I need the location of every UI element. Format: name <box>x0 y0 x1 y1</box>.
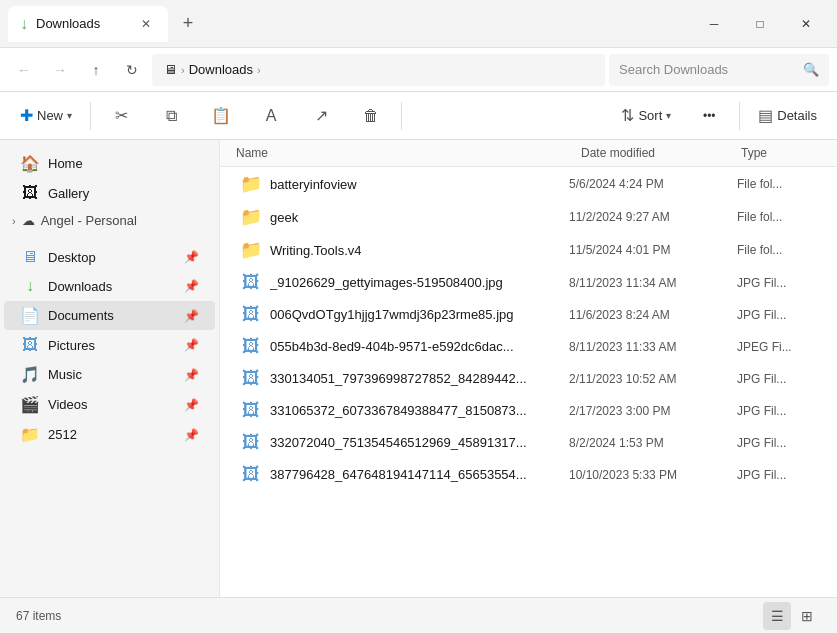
sidebar-item-gallery[interactable]: 🖼 Gallery <box>4 179 215 207</box>
file-name: Writing.Tools.v4 <box>270 243 561 258</box>
rename-button[interactable]: A <box>247 96 295 136</box>
new-button[interactable]: ✚ New ▾ <box>8 96 84 136</box>
up-button[interactable]: ↑ <box>80 54 112 86</box>
item-count: 67 items <box>16 609 61 623</box>
tab-downloads[interactable]: ↓ Downloads ✕ <box>8 6 168 42</box>
sidebar-item-videos[interactable]: 🎬 Videos 📌 <box>4 390 215 419</box>
cut-button[interactable]: ✂ <box>97 96 145 136</box>
file-list: 📁 batteryinfoview 5/6/2024 4:24 PM File … <box>220 167 837 597</box>
toolbar-divider-2 <box>401 102 402 130</box>
file-row[interactable]: 🖼 330134051_797396998727852_84289442... … <box>224 363 833 394</box>
pictures-pin-icon: 📌 <box>184 338 199 352</box>
file-row[interactable]: 🖼 006QvdOTgy1hjjg17wmdj36p23rme85.jpg 11… <box>224 299 833 330</box>
search-placeholder-text: Search Downloads <box>619 62 728 77</box>
file-icon: 🖼 <box>240 432 262 453</box>
file-date: 10/10/2023 5:33 PM <box>569 468 729 482</box>
videos-icon: 🎬 <box>20 395 40 414</box>
file-name: 006QvdOTgy1hjjg17wmdj36p23rme85.jpg <box>270 307 561 322</box>
window-controls: ─ □ ✕ <box>691 8 829 40</box>
2512-pin-icon: 📌 <box>184 428 199 442</box>
more-button[interactable]: ••• <box>685 96 733 136</box>
share-button[interactable]: ↗ <box>297 96 345 136</box>
copy-icon: ⧉ <box>166 107 177 125</box>
search-box[interactable]: Search Downloads 🔍 <box>609 54 829 86</box>
file-icon: 🖼 <box>240 304 262 325</box>
file-name: _91026629_gettyimages-519508400.jpg <box>270 275 561 290</box>
new-icon: ✚ <box>20 106 33 125</box>
file-type: JPG Fil... <box>737 404 817 418</box>
sidebar-item-documents[interactable]: 📄 Documents 📌 <box>4 301 215 330</box>
file-icon: 📁 <box>240 239 262 261</box>
sidebar-item-2512[interactable]: 📁 2512 📌 <box>4 420 215 449</box>
music-pin-icon: 📌 <box>184 368 199 382</box>
sidebar-item-downloads[interactable]: ↓ Downloads 📌 <box>4 272 215 300</box>
breadcrumb[interactable]: 🖥 › Downloads › <box>152 54 605 86</box>
sidebar-item-desktop[interactable]: 🖥 Desktop 📌 <box>4 243 215 271</box>
music-icon: 🎵 <box>20 365 40 384</box>
folder-2512-icon: 📁 <box>20 425 40 444</box>
sidebar-item-music[interactable]: 🎵 Music 📌 <box>4 360 215 389</box>
view-toggle: ☰ ⊞ <box>763 602 821 630</box>
sidebar-item-home[interactable]: 🏠 Home <box>4 149 215 178</box>
list-view-button[interactable]: ☰ <box>763 602 791 630</box>
more-icon: ••• <box>703 109 716 123</box>
breadcrumb-sep1: › <box>181 64 185 76</box>
file-row[interactable]: 📁 batteryinfoview 5/6/2024 4:24 PM File … <box>224 168 833 200</box>
documents-pin-icon: 📌 <box>184 309 199 323</box>
file-name: 055b4b3d-8ed9-404b-9571-e592dc6dac... <box>270 339 561 354</box>
file-date: 8/2/2024 1:53 PM <box>569 436 729 450</box>
col-type-header[interactable]: Type <box>741 146 821 160</box>
file-row[interactable]: 🖼 332072040_751354546512969_45891317... … <box>224 427 833 458</box>
col-date-header[interactable]: Date modified <box>581 146 741 160</box>
file-type: File fol... <box>737 243 817 257</box>
file-type: JPG Fil... <box>737 308 817 322</box>
sidebar-item-angel-personal[interactable]: › ☁ Angel - Personal <box>4 209 215 232</box>
file-date: 8/11/2023 11:33 AM <box>569 340 729 354</box>
cut-icon: ✂ <box>115 106 128 125</box>
copy-button[interactable]: ⧉ <box>147 96 195 136</box>
file-row[interactable]: 🖼 331065372_6073367849388477_8150873... … <box>224 395 833 426</box>
desktop-icon: 🖥 <box>20 248 40 266</box>
file-name: geek <box>270 210 561 225</box>
search-icon: 🔍 <box>803 62 819 77</box>
forward-button[interactable]: → <box>44 54 76 86</box>
expand-icon: › <box>12 215 16 227</box>
grid-view-button[interactable]: ⊞ <box>793 602 821 630</box>
sidebar-videos-label: Videos <box>48 397 88 412</box>
address-bar: ← → ↑ ↻ 🖥 › Downloads › Search Downloads… <box>0 48 837 92</box>
maximize-button[interactable]: □ <box>737 8 783 40</box>
breadcrumb-location: Downloads <box>189 62 253 77</box>
new-tab-button[interactable]: + <box>172 8 204 40</box>
col-name-header[interactable]: Name <box>236 146 581 160</box>
details-button[interactable]: ▤ Details <box>746 96 829 136</box>
share-icon: ↗ <box>315 106 328 125</box>
close-button[interactable]: ✕ <box>783 8 829 40</box>
file-row[interactable]: 📁 geek 11/2/2024 9:27 AM File fol... <box>224 201 833 233</box>
sort-button[interactable]: ⇅ Sort ▾ <box>609 96 683 136</box>
sidebar-angel-label: Angel - Personal <box>41 213 137 228</box>
file-name: 387796428_647648194147114_65653554... <box>270 467 561 482</box>
pictures-icon: 🖼 <box>20 336 40 354</box>
tab-close-button[interactable]: ✕ <box>136 14 156 34</box>
refresh-button[interactable]: ↻ <box>116 54 148 86</box>
file-row[interactable]: 🖼 387796428_647648194147114_65653554... … <box>224 459 833 490</box>
file-date: 2/17/2023 3:00 PM <box>569 404 729 418</box>
documents-icon: 📄 <box>20 306 40 325</box>
paste-icon: 📋 <box>211 106 231 125</box>
back-button[interactable]: ← <box>8 54 40 86</box>
minimize-button[interactable]: ─ <box>691 8 737 40</box>
breadcrumb-monitor-icon: 🖥 <box>164 62 177 77</box>
file-icon: 🖼 <box>240 464 262 485</box>
file-row[interactable]: 📁 Writing.Tools.v4 11/5/2024 4:01 PM Fil… <box>224 234 833 266</box>
sidebar-gallery-label: Gallery <box>48 186 89 201</box>
title-bar: ↓ Downloads ✕ + ─ □ ✕ <box>0 0 837 48</box>
file-icon: 🖼 <box>240 336 262 357</box>
file-row[interactable]: 🖼 055b4b3d-8ed9-404b-9571-e592dc6dac... … <box>224 331 833 362</box>
file-date: 11/6/2023 8:24 AM <box>569 308 729 322</box>
delete-button[interactable]: 🗑 <box>347 96 395 136</box>
sidebar-item-pictures[interactable]: 🖼 Pictures 📌 <box>4 331 215 359</box>
sidebar-pictures-label: Pictures <box>48 338 95 353</box>
file-row[interactable]: 🖼 _91026629_gettyimages-519508400.jpg 8/… <box>224 267 833 298</box>
file-date: 8/11/2023 11:34 AM <box>569 276 729 290</box>
paste-button[interactable]: 📋 <box>197 96 245 136</box>
